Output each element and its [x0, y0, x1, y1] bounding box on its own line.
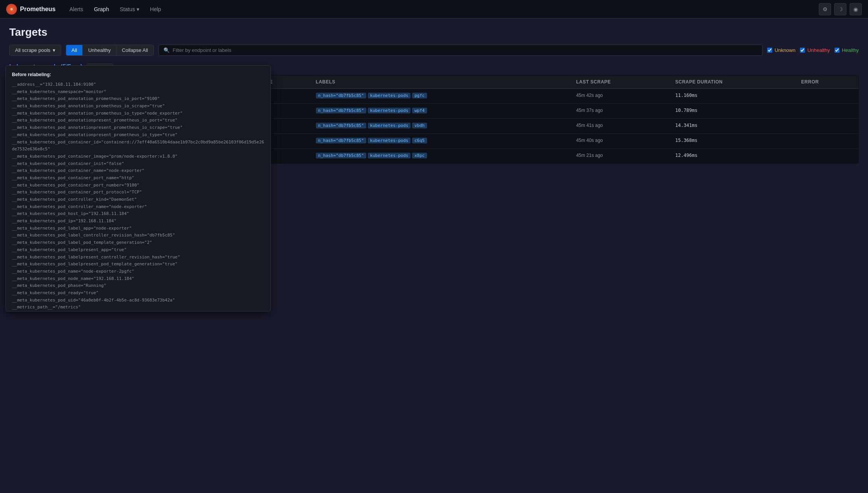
- popover-line: __meta_kubernetes_pod_annotationpresent_…: [12, 132, 264, 139]
- label-badge: n_hash="db7fb5c85": [316, 153, 366, 158]
- logo-icon: [6, 4, 17, 15]
- error-cell: [795, 134, 858, 149]
- unhealthy-label: Unhealthy: [807, 47, 830, 53]
- unhealthy-button[interactable]: Unhealthy: [83, 45, 117, 55]
- popover-line: __meta_kubernetes_pod_annotation_prometh…: [12, 95, 264, 103]
- filter-healthy[interactable]: Healthy: [835, 47, 859, 53]
- label-badge: x8pc: [412, 153, 427, 158]
- collapse-all-button[interactable]: Collapse All: [117, 45, 154, 55]
- popover-line: __meta_kubernetes_namespace="monitor": [12, 88, 264, 96]
- label-badge: n_hash="db7fb5c85": [316, 123, 366, 128]
- popover-line: __meta_kubernetes_pod_container_port_num…: [12, 182, 264, 189]
- app-title: Prometheus: [20, 6, 55, 13]
- popover-line: __meta_kubernetes_pod_label_pod_template…: [12, 239, 264, 246]
- label-badge: vbdh: [412, 123, 427, 128]
- popover-line: __meta_kubernetes_pod_name="node-exporte…: [12, 268, 264, 275]
- popover-line: __meta_kubernetes_pod_label_controller_r…: [12, 232, 264, 239]
- label-badge: kubernetes-pods: [368, 93, 411, 98]
- nav-graph[interactable]: Graph: [89, 4, 114, 15]
- nav-status[interactable]: Status ▾: [115, 4, 144, 15]
- navbar-right: ⚙ ☽ ◉: [819, 3, 862, 15]
- label-badge: pgfc: [412, 93, 427, 98]
- last-scrape-cell: 45m 42s ago: [570, 89, 669, 104]
- error-cell: [795, 89, 858, 104]
- popover-content: __address__="192.168.11.184:9100"__meta_…: [12, 81, 264, 311]
- popover-line: __meta_kubernetes_pod_ip="192.168.11.184…: [12, 218, 264, 225]
- popover-line: __meta_kubernetes_pod_annotation_prometh…: [12, 103, 264, 110]
- nav-help[interactable]: Help: [145, 4, 166, 15]
- nav-alerts[interactable]: Alerts: [65, 4, 88, 15]
- labels-cell: n_hash="db7fb5c85"kubernetes-podsx8pc: [310, 149, 570, 164]
- popover-line: __scheme__="http": [12, 311, 264, 311]
- popover-line: __meta_kubernetes_pod_node_name="192.168…: [12, 275, 264, 283]
- popover-line: __meta_kubernetes_pod_container_image="p…: [12, 153, 264, 160]
- popover-line: __meta_kubernetes_pod_ready="true": [12, 290, 264, 297]
- popover-line: __meta_kubernetes_pod_container_name="no…: [12, 167, 264, 175]
- label-badge: wpf4: [412, 108, 427, 113]
- last-scrape-cell: 45m 37s ago: [570, 104, 669, 119]
- popover-title: Before relabeling:: [12, 72, 264, 77]
- popover-line: __meta_kubernetes_pod_controller_name="n…: [12, 203, 264, 211]
- popover-line: __meta_kubernetes_pod_phase="Running": [12, 282, 264, 290]
- popover-line: __meta_kubernetes_pod_container_init="fa…: [12, 160, 264, 168]
- label-badge: n_hash="db7fb5c85": [316, 108, 366, 113]
- scrape-duration-cell: 11.160ms: [669, 89, 795, 104]
- col-scrape-duration: Scrape Duration: [669, 75, 795, 89]
- last-scrape-cell: 45m 21s ago: [570, 149, 669, 164]
- scrape-duration-cell: 15.368ms: [669, 134, 795, 149]
- col-last-scrape: Last Scrape: [570, 75, 669, 89]
- popover-line: __meta_kubernetes_pod_host_ip="192.168.1…: [12, 210, 264, 218]
- last-scrape-cell: 45m 40s ago: [570, 134, 669, 149]
- popover-line: __meta_kubernetes_pod_labelpresent_pod_t…: [12, 261, 264, 268]
- last-scrape-cell: 45m 41s ago: [570, 119, 669, 134]
- filter-unknown[interactable]: Unknown: [767, 47, 795, 53]
- before-relabeling-popover: Before relabeling: __address__="192.168.…: [5, 65, 271, 311]
- unknown-checkbox[interactable]: [767, 48, 772, 53]
- popover-line: __meta_kubernetes_pod_uid="46a0eb0f-4b2f…: [12, 297, 264, 304]
- labels-cell: n_hash="db7fb5c85"kubernetes-podsvbdh: [310, 119, 570, 134]
- unknown-label: Unknown: [775, 47, 795, 53]
- filter-unhealthy[interactable]: Unhealthy: [800, 47, 830, 53]
- popover-line: __meta_kubernetes_pod_controller_kind="D…: [12, 196, 264, 203]
- healthy-label: Healthy: [842, 47, 859, 53]
- nav-links: Alerts Graph Status ▾ Help: [65, 4, 165, 15]
- popover-line: __meta_kubernetes_pod_container_port_nam…: [12, 175, 264, 182]
- label-badge: kubernetes-pods: [368, 138, 411, 143]
- svg-point-1: [10, 8, 13, 10]
- label-badge: kubernetes-pods: [368, 123, 411, 128]
- page-title: Targets: [9, 26, 859, 38]
- healthy-checkbox[interactable]: [835, 48, 840, 53]
- labels-cell: n_hash="db7fb5c85"kubernetes-podspgfc: [310, 89, 570, 104]
- label-badge: n_hash="db7fb5c85": [316, 138, 366, 143]
- search-input[interactable]: [173, 47, 758, 53]
- navbar: Prometheus Alerts Graph Status ▾ Help ⚙ …: [0, 0, 868, 18]
- all-button[interactable]: All: [66, 45, 83, 55]
- error-cell: [795, 149, 858, 164]
- col-error: Error: [795, 75, 858, 89]
- popover-line: __meta_kubernetes_pod_labelpresent_contr…: [12, 254, 264, 261]
- label-badge: n_hash="db7fb5c85": [316, 93, 366, 98]
- search-icon: 🔍: [164, 47, 170, 53]
- scrape-duration-cell: 14.341ms: [669, 119, 795, 134]
- scrape-pool-dropdown[interactable]: All scrape pools ▾: [9, 45, 61, 56]
- popover-line: __meta_kubernetes_pod_label_app="node-ex…: [12, 225, 264, 232]
- popover-line: __metrics_path__="/metrics": [12, 304, 264, 311]
- popover-line: __meta_kubernetes_pod_annotationpresent_…: [12, 124, 264, 132]
- label-badge: c6q5: [412, 138, 427, 143]
- circle-icon[interactable]: ◉: [850, 3, 862, 15]
- label-badge: kubernetes-pods: [368, 153, 411, 158]
- page-content: Targets All scrape pools ▾ All Unhealthy…: [0, 18, 868, 172]
- brand: Prometheus: [6, 4, 55, 15]
- search-box: 🔍: [159, 45, 763, 56]
- gear-icon[interactable]: ⚙: [819, 3, 831, 15]
- filter-bar: All scrape pools ▾ All Unhealthy Collaps…: [9, 45, 859, 56]
- popover-line: __meta_kubernetes_pod_container_id="cont…: [12, 139, 264, 153]
- chevron-down-icon: ▾: [53, 47, 55, 53]
- unhealthy-checkbox[interactable]: [800, 48, 805, 53]
- labels-cell: n_hash="db7fb5c85"kubernetes-podswpf4: [310, 104, 570, 119]
- moon-icon[interactable]: ☽: [834, 3, 846, 15]
- scrape-duration-cell: 10.789ms: [669, 104, 795, 119]
- popover-line: __meta_kubernetes_pod_annotationpresent_…: [12, 117, 264, 124]
- error-cell: [795, 119, 858, 134]
- error-cell: [795, 104, 858, 119]
